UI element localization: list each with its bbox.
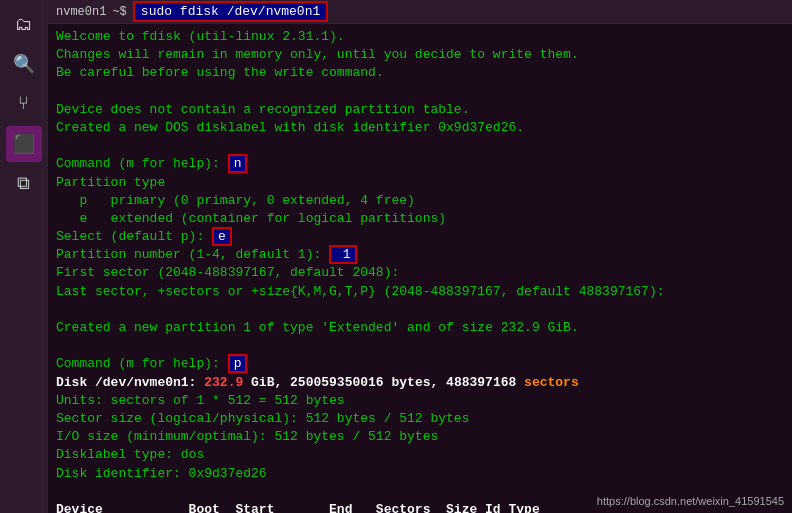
terminal-content[interactable]: Welcome to fdisk (util-linux 2.31.1). Ch… bbox=[48, 24, 792, 513]
files-icon[interactable]: 🗂 bbox=[6, 6, 42, 42]
search-icon[interactable]: 🔍 bbox=[6, 46, 42, 82]
watermark: https://blog.csdn.net/weixin_41591545 bbox=[597, 495, 784, 507]
line-18 bbox=[56, 337, 784, 355]
line-12: Select (default p): e bbox=[56, 228, 784, 246]
line-11: e extended (container for logical partit… bbox=[56, 210, 784, 228]
line-13: Partition number (1-4, default 1): 1 bbox=[56, 246, 784, 264]
line-6: Created a new DOS disklabel with disk id… bbox=[56, 119, 784, 137]
line-1: Welcome to fdisk (util-linux 2.31.1). bbox=[56, 28, 784, 46]
line-5: Device does not contain a recognized par… bbox=[56, 101, 784, 119]
cmd-1: 1 bbox=[329, 245, 357, 264]
line-25: Disk identifier: 0x9d37ed26 bbox=[56, 465, 784, 483]
sidebar: 🗂 🔍 ⑂ ⬛ ⧉ bbox=[0, 0, 48, 513]
terminal-area: nvme0n1 ~$ sudo fdisk /dev/nvme0n1 Welco… bbox=[48, 0, 792, 513]
line-9: Partition type bbox=[56, 174, 784, 192]
line-22: Sector size (logical/physical): 512 byte… bbox=[56, 410, 784, 428]
line-4 bbox=[56, 83, 784, 101]
line-8: Command (m for help): n bbox=[56, 155, 784, 173]
line-17: Created a new partition 1 of type 'Exten… bbox=[56, 319, 784, 337]
top-bar: nvme0n1 ~$ sudo fdisk /dev/nvme0n1 bbox=[48, 0, 792, 24]
cmd-n: n bbox=[228, 154, 248, 173]
source-control-icon[interactable]: ⑂ bbox=[6, 86, 42, 122]
line-20: Disk /dev/nvme0n1: 232.9 GiB, 2500593500… bbox=[56, 374, 784, 392]
line-10: p primary (0 primary, 0 extended, 4 free… bbox=[56, 192, 784, 210]
line-16 bbox=[56, 301, 784, 319]
line-3: Be careful before using the write comman… bbox=[56, 64, 784, 82]
line-7 bbox=[56, 137, 784, 155]
line-14: First sector (2048-488397167, default 20… bbox=[56, 264, 784, 282]
top-bar-tilde: ~$ bbox=[112, 5, 126, 19]
line-24: Disklabel type: dos bbox=[56, 446, 784, 464]
disk-size: 232.9 bbox=[204, 375, 243, 390]
line-19: Command (m for help): p bbox=[56, 355, 784, 373]
line-23: I/O size (minimum/optimal): 512 bytes / … bbox=[56, 428, 784, 446]
extensions-icon[interactable]: ⧉ bbox=[6, 166, 42, 202]
top-bar-command: sudo fdisk /dev/nvme0n1 bbox=[133, 1, 328, 22]
line-2: Changes will remain in memory only, unti… bbox=[56, 46, 784, 64]
top-bar-prefix: nvme0n1 bbox=[56, 5, 106, 19]
line-15: Last sector, +sectors or +size{K,M,G,T,P… bbox=[56, 283, 784, 301]
cmd-p: p bbox=[228, 354, 248, 373]
terminal-icon[interactable]: ⬛ bbox=[6, 126, 42, 162]
line-21: Units: sectors of 1 * 512 = 512 bytes bbox=[56, 392, 784, 410]
cmd-e: e bbox=[212, 227, 232, 246]
